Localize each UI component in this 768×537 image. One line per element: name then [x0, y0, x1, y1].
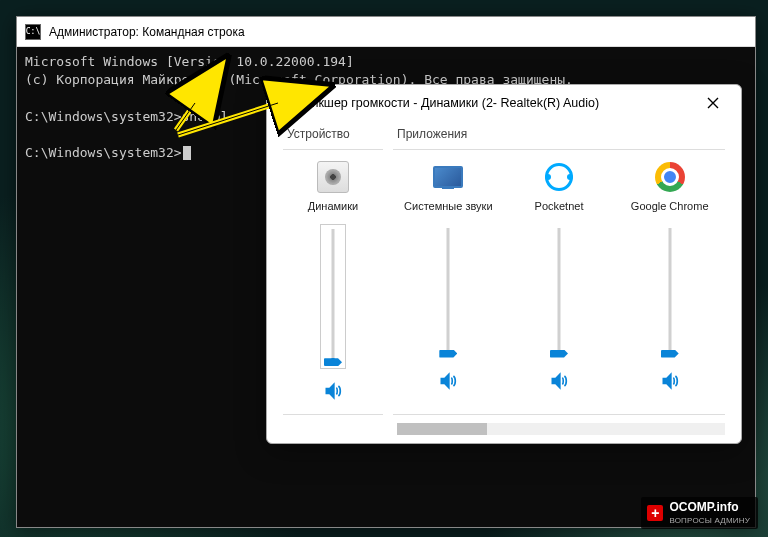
mixer-title: Микшер громкости - Динамики (2- Realtek(…	[301, 96, 687, 110]
device-label: Динамики	[308, 200, 358, 214]
volume-icon	[438, 371, 458, 391]
scrollbar-thumb[interactable]	[397, 423, 487, 435]
speaker-icon	[277, 93, 293, 113]
mute-button[interactable]	[321, 379, 345, 403]
speaker-device-icon[interactable]	[316, 160, 350, 194]
chrome-icon[interactable]	[653, 160, 687, 194]
volume-slider[interactable]	[660, 224, 680, 359]
cmd-icon: C:\	[25, 24, 41, 40]
app-label: Google Chrome	[631, 200, 709, 214]
volume-icon	[549, 371, 569, 391]
watermark-plus-icon: +	[647, 505, 663, 521]
watermark: + OCOMP.info ВОПРОСЫ АДМИНУ	[641, 497, 758, 529]
volume-slider[interactable]	[320, 224, 346, 369]
mute-button[interactable]	[658, 369, 682, 393]
watermark-tagline: ВОПРОСЫ АДМИНУ	[669, 516, 750, 525]
close-button[interactable]	[695, 89, 731, 117]
close-icon	[707, 97, 719, 109]
device-section-header: Устройство	[283, 127, 383, 141]
app-channels: Системные звуки Pocketnet	[393, 149, 725, 415]
mixer-body: Устройство Динамики Приложения	[267, 121, 741, 419]
mute-button[interactable]	[547, 369, 571, 393]
app-label: Pocketnet	[535, 200, 584, 214]
monitor-icon[interactable]	[431, 160, 465, 194]
watermark-brand: OCOMP.info	[669, 501, 750, 513]
mute-button[interactable]	[436, 369, 460, 393]
cmd-title: Администратор: Командная строка	[49, 25, 245, 39]
cmd-command: sndvol	[182, 109, 229, 124]
pocketnet-icon[interactable]	[542, 160, 576, 194]
app-channel: Google Chrome	[614, 150, 725, 414]
app-label: Системные звуки	[404, 200, 492, 214]
cmd-prompt-path: C:\Windows\system32>	[25, 109, 182, 124]
cmd-line: Microsoft Windows [Version 10.0.22000.19…	[25, 53, 747, 71]
mixer-titlebar[interactable]: Микшер громкости - Динамики (2- Realtek(…	[267, 85, 741, 121]
apps-section: Приложения Системные звуки Pocketnet	[393, 127, 725, 415]
volume-slider[interactable]	[549, 224, 569, 359]
horizontal-scrollbar[interactable]	[397, 423, 725, 435]
cmd-cursor	[183, 146, 191, 160]
apps-section-header: Приложения	[393, 127, 725, 141]
cmd-titlebar[interactable]: C:\ Администратор: Командная строка	[17, 17, 755, 47]
volume-icon	[323, 381, 343, 401]
volume-icon	[660, 371, 680, 391]
app-channel: Pocketnet	[504, 150, 615, 414]
app-channel: Системные звуки	[393, 150, 504, 414]
device-channels: Динамики	[283, 149, 383, 415]
device-section: Устройство Динамики	[283, 127, 383, 415]
volume-slider[interactable]	[438, 224, 458, 359]
cmd-prompt-path: C:\Windows\system32>	[25, 145, 182, 160]
volume-mixer-window: Микшер громкости - Динамики (2- Realtek(…	[266, 84, 742, 444]
device-channel: Динамики	[283, 150, 383, 414]
